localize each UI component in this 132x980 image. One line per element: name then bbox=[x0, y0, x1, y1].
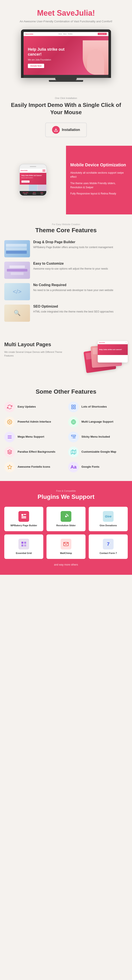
parallax-icon bbox=[4, 447, 15, 457]
plugins-title: Plugins We Support bbox=[4, 493, 128, 500]
sticky-text: Sticky Menu Included bbox=[82, 435, 110, 439]
feature-desc-customize: Awesome easy-to-use options will adjust … bbox=[33, 267, 108, 270]
drag-visual bbox=[4, 240, 30, 257]
feature-desc-seo: HTML code integrated into the theme meet… bbox=[33, 310, 113, 313]
feature-shortcodes: Lots of Shortcodes bbox=[68, 402, 128, 412]
feature-text-seo: SEO Optimized HTML code integrated into … bbox=[33, 305, 113, 313]
globe-icon bbox=[71, 419, 76, 425]
cf7-icon: 7 bbox=[103, 539, 113, 549]
other-features-section: Some Other Features Easy Updates L bbox=[0, 380, 132, 481]
laptop-nav-cta[interactable]: Contact Us bbox=[98, 33, 107, 35]
plugin-revolution[interactable]: Revolution Slider bbox=[47, 507, 85, 531]
svg-rect-19 bbox=[21, 514, 23, 516]
feature-title-seo: SEO Optimized bbox=[33, 305, 113, 309]
laptop-body: SaveJulia Home About Portfolio Contact U… bbox=[21, 29, 111, 78]
feature-megamenu: Mega Menu Support bbox=[4, 432, 64, 442]
feature-googlefonts: Aa Google Fonts bbox=[68, 462, 128, 473]
mobile-section-title: Mobile Device Optimization bbox=[70, 162, 128, 168]
rev-svg bbox=[63, 513, 69, 519]
feature-item-drag: Drag & Drop Page Builder WPBakery Page B… bbox=[4, 240, 128, 257]
svg-marker-18 bbox=[8, 465, 12, 469]
multi-layout-section: Multi Layout Pages We create Several Uni… bbox=[0, 335, 132, 380]
plugin-cf7[interactable]: 7 Contact Form 7 bbox=[89, 535, 128, 559]
person-shape bbox=[87, 49, 104, 75]
laptop-screen: SaveJulia Home About Portfolio Contact U… bbox=[24, 32, 108, 75]
multilang-title: Multi Language Support bbox=[82, 420, 113, 423]
feature-item-nocode: </> No Coding Required No need to be a p… bbox=[4, 283, 128, 300]
svg-rect-26 bbox=[21, 544, 24, 546]
font-a-symbol: Aa bbox=[71, 464, 77, 470]
googlefonts-title: Google Fonts bbox=[82, 465, 99, 468]
refresh-icon bbox=[7, 404, 12, 409]
admin-title: Powerful Admin Interface bbox=[17, 420, 51, 423]
mailchimp-icon bbox=[61, 539, 71, 549]
feature-title-nocode: No Coding Required bbox=[33, 283, 113, 287]
wpbakery-icon bbox=[19, 511, 29, 522]
essential-grid-icon bbox=[19, 539, 29, 549]
wpbakery-label: WPBakery Page Builder bbox=[11, 524, 37, 527]
phone-stat-3-label: Goal bbox=[41, 193, 43, 195]
phone-area: SaveJulia Help Julia Strike out Cancer! … bbox=[0, 146, 66, 215]
googlemap-icon bbox=[68, 447, 79, 457]
laptop-nav-logo: SaveJulia bbox=[25, 33, 33, 35]
page-card-3-menu: ≡ bbox=[126, 342, 126, 343]
drag-stack bbox=[6, 243, 29, 254]
fontello-text: Awesome Fontello Icons bbox=[17, 465, 50, 469]
googlefonts-icon: Aa bbox=[68, 462, 79, 473]
feature-googlemap: Customizable Google Map bbox=[68, 447, 128, 457]
laptop-hero-btn[interactable]: Donate Now bbox=[28, 64, 44, 68]
phone-grid-item-3 bbox=[38, 185, 46, 191]
hero-title-prefix: Meet bbox=[37, 9, 57, 18]
hero-title-brand: SaveJulia! bbox=[57, 9, 95, 18]
laptop-base bbox=[49, 80, 83, 82]
nocode-icon: </> bbox=[13, 288, 21, 295]
cust-bar-3 bbox=[11, 272, 24, 275]
svg-point-5 bbox=[9, 421, 10, 423]
phone-speaker bbox=[30, 166, 36, 167]
phone-image-grid bbox=[20, 185, 46, 191]
laptop-screen-content: Help Julia strike out cancer! We are Jul… bbox=[24, 43, 83, 73]
feature-sticky: Sticky Menu Included bbox=[68, 432, 128, 442]
page-card-3: SaveJulia ≡ Help Julia strike out cancer… bbox=[98, 341, 128, 363]
parallax-title: Parallax Effect Backgrounds bbox=[17, 450, 55, 453]
mailchimp-label: MailChimp bbox=[60, 552, 72, 555]
laptop-person-image bbox=[83, 40, 108, 75]
multi-layout-image: Help Julia! SaveJulia SaveJulia ≡ Help J… bbox=[67, 341, 128, 375]
feature-parallax: Parallax Effect Backgrounds bbox=[4, 447, 64, 457]
phone-stat-3-value: 50K bbox=[41, 192, 43, 193]
feature-title-customize: Easy to Customize bbox=[33, 262, 108, 266]
multi-layout-desc: We create Several Unique Demos with Diff… bbox=[4, 350, 65, 358]
svg-rect-3 bbox=[74, 407, 75, 409]
easy-updates-text: Easy Updates bbox=[17, 405, 36, 409]
feature-text-drag: Drag & Drop Page Builder WPBakery Page B… bbox=[33, 240, 113, 249]
phone-stat-1-value: $12,200 bbox=[23, 192, 28, 193]
revolution-label: Revolution Slider bbox=[57, 524, 75, 527]
phone-top-bar bbox=[20, 164, 46, 169]
svg-rect-11 bbox=[71, 435, 75, 436]
laptop-screen-inner: Help Julia strike out cancer! We are Jul… bbox=[24, 36, 108, 75]
installation-button[interactable]: Installation bbox=[45, 123, 87, 137]
sticky-menu-icon bbox=[71, 434, 76, 439]
settings-icon bbox=[7, 419, 12, 425]
plugin-essential-grid[interactable]: Essential Grid bbox=[4, 535, 43, 559]
nav-home: Home bbox=[58, 33, 62, 35]
feature-desc-drag: WPBakery Page Builder offers amazing too… bbox=[33, 245, 113, 249]
page-card-3-logo: SaveJulia bbox=[99, 342, 105, 343]
phone-hero-title: Help Julia Strike out Cancer! bbox=[21, 175, 45, 177]
plugin-give[interactable]: Give Give Donations bbox=[89, 507, 128, 531]
googlefonts-text: Google Fonts bbox=[82, 465, 99, 469]
plugin-wpbakery[interactable]: WPBakery Page Builder bbox=[4, 507, 43, 531]
give-text: Give bbox=[105, 515, 112, 518]
page-card-3-body: Help Julia strike out cancer! bbox=[98, 344, 128, 355]
phone-hero-btn[interactable]: Donate Now bbox=[21, 180, 30, 183]
nav-portfolio: Portfolio bbox=[68, 33, 72, 35]
parallax-text: Parallax Effect Backgrounds bbox=[17, 450, 55, 454]
download-icon bbox=[54, 128, 58, 132]
plugin-mailchimp[interactable]: MailChimp bbox=[47, 535, 85, 559]
svg-rect-24 bbox=[21, 542, 24, 544]
drag-row-2 bbox=[6, 247, 27, 250]
svg-rect-2 bbox=[74, 405, 75, 407]
feature-fontello: Awesome Fontello Icons bbox=[4, 462, 64, 473]
essential-grid-label: Essential Grid bbox=[16, 552, 32, 555]
grid-svg bbox=[21, 541, 27, 547]
